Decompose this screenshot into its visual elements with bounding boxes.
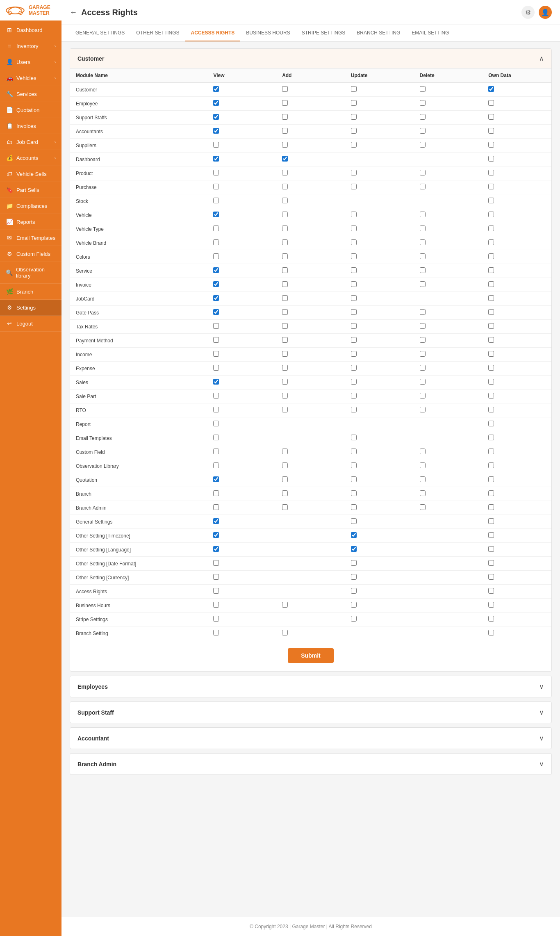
sidebar-item-jobcard[interactable]: 🗂 Job Card › [0,134,61,150]
cell-view-27[interactable] [207,459,276,473]
cell-owndata-32[interactable] [483,529,551,543]
tab-other[interactable]: OTHER SETTINGS [130,25,185,41]
cell-delete-13[interactable] [414,264,483,278]
checkbox-update-22[interactable] [351,393,357,399]
checkbox-update-6[interactable] [351,170,357,175]
cell-delete-30[interactable] [414,501,483,515]
checkbox-delete-7[interactable] [420,184,426,189]
checkbox-delete-30[interactable] [420,504,426,510]
cell-owndata-24[interactable] [483,417,551,431]
cell-delete-16[interactable] [414,306,483,320]
cell-owndata-38[interactable] [483,613,551,626]
sidebar-item-accounts[interactable]: 💰 Accounts › [0,150,61,166]
checkbox-add-21[interactable] [282,379,288,385]
checkbox-owndata-13[interactable] [488,267,494,273]
checkbox-update-33[interactable] [351,546,357,552]
cell-owndata-7[interactable] [483,180,551,194]
cell-update-11[interactable] [345,236,414,250]
cell-owndata-39[interactable] [483,626,551,640]
cell-add-6[interactable] [276,166,345,180]
checkbox-view-35[interactable] [213,574,219,580]
cell-view-6[interactable] [207,166,276,180]
checkbox-owndata-16[interactable] [488,309,494,315]
cell-view-37[interactable] [207,599,276,613]
checkbox-view-0[interactable] [213,86,219,92]
checkbox-delete-6[interactable] [420,170,426,175]
cell-owndata-2[interactable] [483,111,551,125]
cell-update-26[interactable] [345,445,414,459]
checkbox-view-7[interactable] [213,184,219,189]
cell-owndata-12[interactable] [483,250,551,264]
cell-add-3[interactable] [276,125,345,139]
checkbox-delete-10[interactable] [420,225,426,231]
checkbox-delete-4[interactable] [420,142,426,148]
tab-business[interactable]: BUSINESS HOURS [240,25,296,41]
cell-add-18[interactable] [276,334,345,348]
cell-update-27[interactable] [345,459,414,473]
checkbox-delete-22[interactable] [420,393,426,399]
tab-access[interactable]: ACCESSS RIGHTS [185,25,241,41]
cell-update-36[interactable] [345,585,414,599]
cell-view-22[interactable] [207,389,276,403]
checkbox-add-30[interactable] [282,504,288,510]
checkbox-update-7[interactable] [351,184,357,189]
checkbox-owndata-27[interactable] [488,462,494,468]
section-header-accountant[interactable]: Accountant ∨ [70,728,551,749]
cell-add-8[interactable] [276,194,345,208]
checkbox-owndata-19[interactable] [488,351,494,357]
checkbox-delete-2[interactable] [420,114,426,120]
checkbox-view-5[interactable] [213,156,219,162]
cell-delete-1[interactable] [414,97,483,111]
cell-owndata-36[interactable] [483,585,551,599]
cell-view-9[interactable] [207,208,276,222]
cell-add-5[interactable] [276,153,345,166]
checkbox-update-34[interactable] [351,560,357,566]
cell-owndata-31[interactable] [483,515,551,529]
cell-owndata-18[interactable] [483,334,551,348]
checkbox-update-16[interactable] [351,309,357,315]
cell-delete-2[interactable] [414,111,483,125]
checkbox-view-34[interactable] [213,560,219,566]
cell-update-10[interactable] [345,222,414,236]
cell-add-16[interactable] [276,306,345,320]
checkbox-owndata-26[interactable] [488,449,494,454]
cell-owndata-35[interactable] [483,571,551,585]
checkbox-add-4[interactable] [282,142,288,148]
checkbox-update-17[interactable] [351,323,357,329]
cell-delete-28[interactable] [414,473,483,487]
cell-view-18[interactable] [207,334,276,348]
cell-delete-19[interactable] [414,348,483,362]
cell-delete-7[interactable] [414,180,483,194]
cell-update-13[interactable] [345,264,414,278]
cell-update-22[interactable] [345,389,414,403]
cell-view-1[interactable] [207,97,276,111]
cell-delete-23[interactable] [414,403,483,417]
cell-view-0[interactable] [207,83,276,97]
checkbox-owndata-37[interactable] [488,602,494,608]
checkbox-update-35[interactable] [351,574,357,580]
cell-owndata-13[interactable] [483,264,551,278]
cell-update-28[interactable] [345,473,414,487]
cell-view-28[interactable] [207,473,276,487]
cell-delete-10[interactable] [414,222,483,236]
checkbox-add-27[interactable] [282,462,288,468]
cell-view-36[interactable] [207,585,276,599]
checkbox-update-29[interactable] [351,490,357,496]
cell-update-7[interactable] [345,180,414,194]
checkbox-add-3[interactable] [282,128,288,134]
cell-view-3[interactable] [207,125,276,139]
section-header-supportstaff[interactable]: Support Staff ∨ [70,702,551,723]
checkbox-update-13[interactable] [351,267,357,273]
checkbox-view-38[interactable] [213,616,219,622]
checkbox-view-12[interactable] [213,253,219,259]
checkbox-delete-12[interactable] [420,253,426,259]
cell-delete-20[interactable] [414,362,483,376]
cell-view-4[interactable] [207,139,276,153]
cell-update-6[interactable] [345,166,414,180]
cell-add-17[interactable] [276,320,345,334]
cell-add-21[interactable] [276,376,345,389]
checkbox-delete-9[interactable] [420,212,426,217]
checkbox-view-8[interactable] [213,198,219,203]
checkbox-view-2[interactable] [213,114,219,120]
checkbox-view-13[interactable] [213,267,219,273]
